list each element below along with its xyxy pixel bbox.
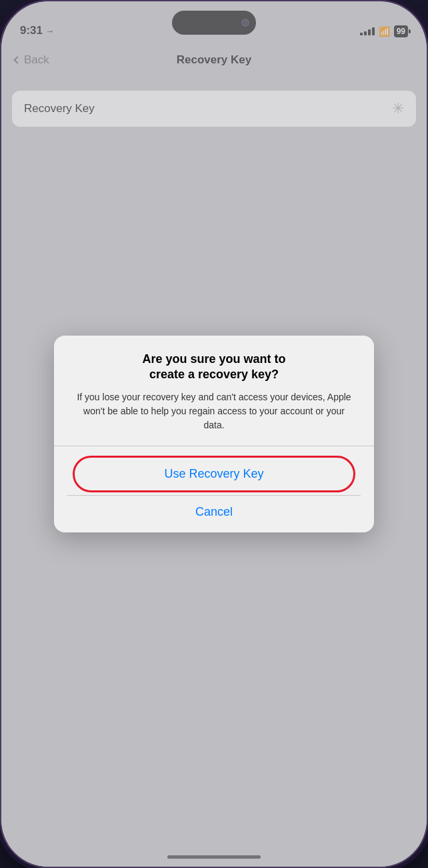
alert-message: If you lose your recovery key and can't … [67, 390, 361, 432]
phone-screen: 9:31 → 📶 99 Back Re [1, 1, 427, 867]
alert-dialog: Are you sure you want tocreate a recover… [54, 336, 374, 533]
cancel-button[interactable]: Cancel [67, 495, 361, 528]
use-recovery-key-button[interactable]: Use Recovery Key [75, 458, 353, 490]
alert-title: Are you sure you want tocreate a recover… [67, 352, 361, 383]
phone-frame: 9:31 → 📶 99 Back Re [0, 0, 428, 868]
alert-overlay: Are you sure you want tocreate a recover… [1, 1, 427, 867]
use-recovery-key-highlight: Use Recovery Key [73, 456, 355, 492]
alert-buttons: Use Recovery Key Cancel [67, 446, 361, 532]
